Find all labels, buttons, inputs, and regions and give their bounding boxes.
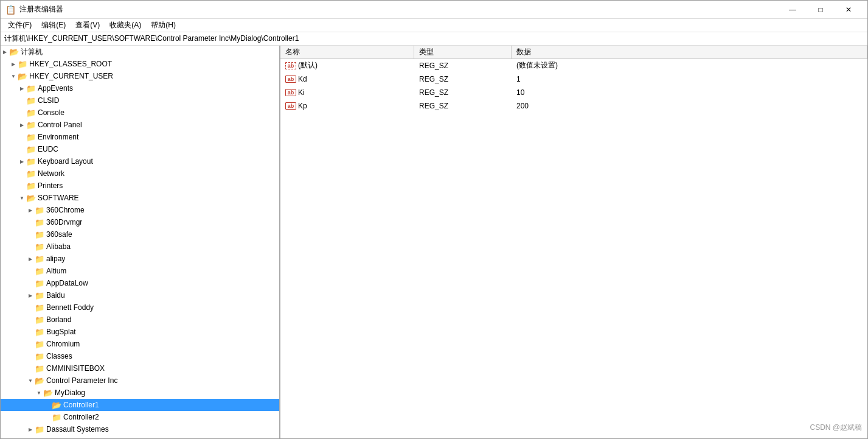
reg-data-1: 1 bbox=[512, 75, 867, 83]
tree-item-printers[interactable]: ▶📁Printers bbox=[1, 180, 279, 192]
tree-label-baidu: Baidu bbox=[46, 291, 65, 300]
tree-label-360chrome: 360Chrome bbox=[46, 206, 85, 214]
tree-item-controlparameterinc[interactable]: ▼📂Control Parameter Inc bbox=[1, 374, 279, 387]
tree-item-borland[interactable]: ▶📁Borland bbox=[1, 314, 279, 326]
tree-arrow-appevents: ▶ bbox=[18, 86, 26, 91]
tree-arrow-dassaultsystemes: ▶ bbox=[26, 427, 35, 432]
tree-item-360safe[interactable]: ▶📁360safe bbox=[1, 228, 279, 241]
tree-item-eudc[interactable]: ▶📁EUDC bbox=[1, 143, 279, 155]
reg-type-3: REG_SZ bbox=[414, 102, 512, 110]
tree-label-keyboardlayout: Keyboard Layout bbox=[38, 157, 93, 166]
menu-item[interactable]: 文件(F) bbox=[3, 19, 36, 32]
folder-icon-360safe: 📁 bbox=[35, 230, 44, 239]
tree-label-classes: Classes bbox=[46, 352, 72, 360]
ab-icon-3: ab bbox=[285, 102, 296, 110]
tree-item-software[interactable]: ▼📂SOFTWARE bbox=[1, 192, 279, 204]
reg-type-2: REG_SZ bbox=[414, 88, 512, 97]
tree-label-hkcr: HKEY_CLASSES_ROOT bbox=[29, 60, 112, 68]
tree-item-cmminisitebox[interactable]: ▶📁CMMINISITEBOX bbox=[1, 362, 279, 374]
tree-pane[interactable]: ▶📂计算机▶📁HKEY_CLASSES_ROOT▼📂HKEY_CURRENT_U… bbox=[1, 46, 280, 438]
reg-data-2: 10 bbox=[512, 88, 867, 97]
menu-item[interactable]: 帮助(H) bbox=[146, 19, 181, 32]
tree-item-chromium[interactable]: ▶📁Chromium bbox=[1, 338, 279, 350]
tree-item-bugsplat[interactable]: ▶📁BugSplat bbox=[1, 326, 279, 338]
tree-item-hkcu[interactable]: ▼📂HKEY_CURRENT_USER bbox=[1, 70, 279, 82]
tree-arrow-computer: ▶ bbox=[1, 49, 9, 55]
tree-item-classes[interactable]: ▶📁Classes bbox=[1, 350, 279, 362]
folder-icon-controller1: 📂 bbox=[52, 401, 61, 410]
folder-icon-alipay: 📁 bbox=[35, 255, 44, 264]
address-path: 计算机\HKEY_CURRENT_USER\SOFTWARE\Control P… bbox=[4, 33, 299, 44]
tree-item-keyboardlayout[interactable]: ▶📁Keyboard Layout bbox=[1, 155, 279, 167]
tree-item-bennettfoddy[interactable]: ▶📁Bennett Foddy bbox=[1, 301, 279, 314]
tree-label-eudc: EUDC bbox=[38, 145, 58, 153]
tree-label-controller1: Controller1 bbox=[63, 401, 99, 409]
tree-item-controller2[interactable]: ▶📁Controller2 bbox=[1, 411, 279, 423]
folder-icon-mydialog: 📂 bbox=[43, 388, 53, 398]
tree-arrow-controlpanel: ▶ bbox=[18, 122, 26, 128]
folder-icon-controlparameterinc: 📂 bbox=[35, 376, 44, 385]
tree-item-environment[interactable]: ▶📁Environment bbox=[1, 131, 279, 143]
folder-icon-controller2: 📁 bbox=[52, 413, 61, 422]
tree-label-bennettfoddy: Bennett Foddy bbox=[46, 303, 94, 312]
tree-arrow-baidu: ▶ bbox=[26, 293, 35, 298]
tree-item-hkcr[interactable]: ▶📁HKEY_CLASSES_ROOT bbox=[1, 58, 279, 70]
reg-row-2[interactable]: abKiREG_SZ10 bbox=[280, 86, 867, 99]
folder-icon-appevents: 📁 bbox=[26, 84, 36, 93]
tree-label-360drvmgr: 360Drvmgr bbox=[46, 218, 82, 227]
folder-icon-classes: 📁 bbox=[35, 352, 44, 361]
tree-item-clsid[interactable]: ▶📁CLSID bbox=[1, 94, 279, 107]
tree-label-mydialog: MyDialog bbox=[55, 388, 85, 397]
tree-item-alipay[interactable]: ▶📁alipay bbox=[1, 253, 279, 265]
tree-item-network[interactable]: ▶📁Network bbox=[1, 167, 279, 180]
tree-label-software: SOFTWARE bbox=[38, 194, 79, 202]
tree-item-mydialog[interactable]: ▼📂MyDialog bbox=[1, 387, 279, 399]
menu-item[interactable]: 编辑(E) bbox=[36, 19, 71, 32]
reg-row-1[interactable]: abKdREG_SZ1 bbox=[280, 72, 867, 86]
tree-container: ▶📂计算机▶📁HKEY_CLASSES_ROOT▼📂HKEY_CURRENT_U… bbox=[1, 46, 279, 435]
folder-icon-software: 📂 bbox=[26, 194, 36, 203]
reg-row-3[interactable]: abKpREG_SZ200 bbox=[280, 99, 867, 113]
registry-entries[interactable]: ab(默认)REG_SZ(数值未设置)abKdREG_SZ1abKiREG_SZ… bbox=[280, 59, 867, 438]
menu-item[interactable]: 收藏夹(A) bbox=[105, 19, 146, 32]
tree-item-baidu[interactable]: ▶📁Baidu bbox=[1, 289, 279, 301]
tree-label-console: Console bbox=[38, 108, 64, 117]
col-header-data[interactable]: 数据 bbox=[512, 46, 867, 58]
tree-item-controlpanel[interactable]: ▶📁Control Panel bbox=[1, 119, 279, 131]
tree-item-alibaba[interactable]: ▶📁Alibaba bbox=[1, 241, 279, 253]
folder-icon-borland: 📁 bbox=[35, 315, 44, 325]
folder-icon-environment: 📁 bbox=[26, 133, 36, 142]
close-button[interactable]: ✕ bbox=[835, 1, 863, 19]
tree-item-appdatalow[interactable]: ▶📁AppDataLow bbox=[1, 277, 279, 289]
reg-name-text-3: Kp bbox=[298, 102, 307, 110]
tree-item-360chrome[interactable]: ▶📁360Chrome bbox=[1, 204, 279, 216]
folder-icon-altium: 📁 bbox=[35, 267, 44, 276]
reg-type-0: REG_SZ bbox=[414, 61, 512, 70]
tree-item-appevents[interactable]: ▶📁AppEvents bbox=[1, 82, 279, 94]
minimize-button[interactable]: — bbox=[779, 1, 807, 19]
tree-arrow-alipay: ▶ bbox=[26, 256, 35, 262]
tree-arrow-360chrome: ▶ bbox=[26, 208, 35, 213]
tree-item-console[interactable]: ▶📁Console bbox=[1, 107, 279, 119]
tree-item-controller1[interactable]: ▶📂Controller1 bbox=[1, 399, 279, 411]
tree-item-360drvmgr[interactable]: ▶📁360Drvmgr bbox=[1, 216, 279, 228]
reg-row-0[interactable]: ab(默认)REG_SZ(数值未设置) bbox=[280, 59, 867, 72]
reg-name-text-2: Ki bbox=[298, 88, 305, 97]
registry-editor-window: 📋 注册表编辑器 — □ ✕ 文件(F)编辑(E)查看(V)收藏夹(A)帮助(H… bbox=[0, 0, 868, 439]
reg-data-0: (数值未设置) bbox=[512, 60, 867, 71]
tree-item-dassaultsystemes[interactable]: ▶📁Dassault Systemes bbox=[1, 423, 279, 435]
tree-label-altium: Altium bbox=[46, 267, 66, 275]
col-header-type[interactable]: 类型 bbox=[414, 46, 512, 58]
reg-name-2: abKi bbox=[280, 88, 414, 97]
tree-item-computer[interactable]: ▶📂计算机 bbox=[1, 46, 279, 58]
tree-label-environment: Environment bbox=[38, 133, 78, 141]
tree-item-altium[interactable]: ▶📁Altium bbox=[1, 265, 279, 277]
address-bar: 计算机\HKEY_CURRENT_USER\SOFTWARE\Control P… bbox=[1, 32, 867, 46]
reg-name-3: abKp bbox=[280, 102, 414, 110]
menu-item[interactable]: 查看(V) bbox=[71, 19, 105, 32]
tree-label-appevents: AppEvents bbox=[38, 84, 73, 93]
tree-label-alipay: alipay bbox=[46, 255, 65, 263]
col-header-name[interactable]: 名称 bbox=[280, 46, 414, 58]
folder-icon-controlpanel: 📁 bbox=[26, 121, 36, 130]
maximize-button[interactable]: □ bbox=[807, 1, 835, 19]
